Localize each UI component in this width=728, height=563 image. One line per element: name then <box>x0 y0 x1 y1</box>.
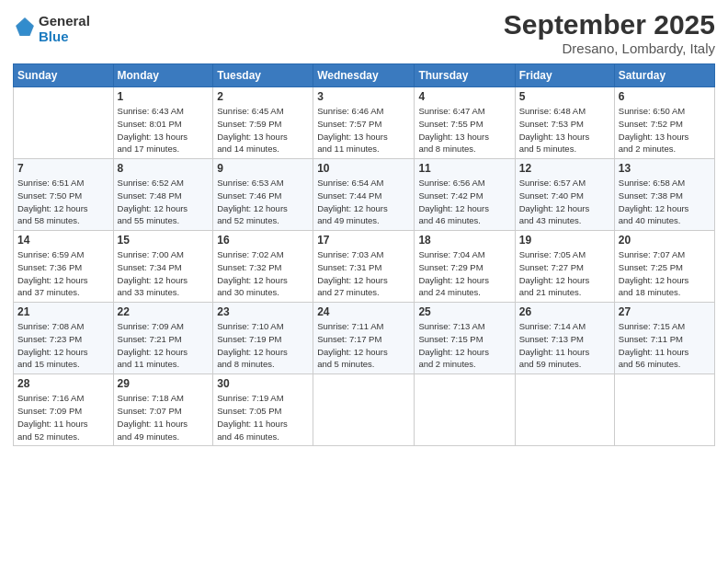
day-number: 12 <box>519 162 610 175</box>
table-row: 28Sunrise: 7:16 AM Sunset: 7:09 PM Dayli… <box>14 374 114 446</box>
day-info: Sunrise: 6:46 AM Sunset: 7:57 PM Dayligh… <box>317 105 410 155</box>
table-row: 6Sunrise: 6:50 AM Sunset: 7:52 PM Daylig… <box>614 87 714 159</box>
day-number: 5 <box>519 90 610 103</box>
table-row: 13Sunrise: 6:58 AM Sunset: 7:38 PM Dayli… <box>614 159 714 231</box>
day-info: Sunrise: 6:53 AM Sunset: 7:46 PM Dayligh… <box>217 177 309 227</box>
day-info: Sunrise: 7:03 AM Sunset: 7:31 PM Dayligh… <box>317 248 410 299</box>
title-block: September 2025 Dresano, Lombardy, Italy <box>504 9 715 56</box>
day-number: 25 <box>418 305 510 318</box>
table-row <box>415 374 515 446</box>
day-number: 7 <box>17 162 109 175</box>
table-row: 8Sunrise: 6:52 AM Sunset: 7:48 PM Daylig… <box>113 159 213 231</box>
day-info: Sunrise: 6:51 AM Sunset: 7:50 PM Dayligh… <box>17 177 109 227</box>
day-info: Sunrise: 6:59 AM Sunset: 7:36 PM Dayligh… <box>17 248 109 299</box>
table-row: 3Sunrise: 6:46 AM Sunset: 7:57 PM Daylig… <box>313 87 415 159</box>
day-number: 15 <box>118 234 210 247</box>
day-number: 30 <box>217 377 309 390</box>
day-number: 22 <box>118 305 210 318</box>
table-row: 17Sunrise: 7:03 AM Sunset: 7:31 PM Dayli… <box>313 231 415 303</box>
day-number: 26 <box>519 305 610 318</box>
day-info: Sunrise: 6:56 AM Sunset: 7:42 PM Dayligh… <box>418 177 510 227</box>
day-info: Sunrise: 6:48 AM Sunset: 7:53 PM Dayligh… <box>519 105 610 155</box>
day-info: Sunrise: 7:15 AM Sunset: 7:11 PM Dayligh… <box>619 320 711 371</box>
table-row: 11Sunrise: 6:56 AM Sunset: 7:42 PM Dayli… <box>415 159 515 231</box>
table-row: 12Sunrise: 6:57 AM Sunset: 7:40 PM Dayli… <box>515 159 614 231</box>
day-number: 21 <box>17 305 109 318</box>
logo-general-text: General <box>39 13 90 29</box>
location: Dresano, Lombardy, Italy <box>504 40 715 56</box>
table-row: 2Sunrise: 6:45 AM Sunset: 7:59 PM Daylig… <box>213 87 313 159</box>
table-row: 21Sunrise: 7:08 AM Sunset: 7:23 PM Dayli… <box>14 303 114 374</box>
table-row: 1Sunrise: 6:43 AM Sunset: 8:01 PM Daylig… <box>113 87 213 159</box>
day-number: 17 <box>317 234 410 247</box>
day-number: 13 <box>619 162 711 175</box>
day-number: 19 <box>519 234 610 247</box>
col-thursday: Thursday <box>415 64 515 87</box>
day-number: 4 <box>418 90 510 103</box>
logo: General Blue <box>13 13 90 45</box>
day-number: 14 <box>17 234 109 247</box>
day-number: 16 <box>217 234 309 247</box>
day-info: Sunrise: 6:43 AM Sunset: 8:01 PM Dayligh… <box>118 105 210 155</box>
col-saturday: Saturday <box>614 64 714 87</box>
day-number: 28 <box>17 377 109 390</box>
table-row: 4Sunrise: 6:47 AM Sunset: 7:55 PM Daylig… <box>415 87 515 159</box>
table-row: 5Sunrise: 6:48 AM Sunset: 7:53 PM Daylig… <box>515 87 614 159</box>
table-row: 23Sunrise: 7:10 AM Sunset: 7:19 PM Dayli… <box>213 303 313 374</box>
table-row <box>614 374 714 446</box>
table-row: 10Sunrise: 6:54 AM Sunset: 7:44 PM Dayli… <box>313 159 415 231</box>
header: General Blue September 2025 Dresano, Lom… <box>13 9 715 56</box>
col-friday: Friday <box>515 64 614 87</box>
col-monday: Monday <box>113 64 213 87</box>
day-info: Sunrise: 6:58 AM Sunset: 7:38 PM Dayligh… <box>619 177 711 227</box>
day-number: 8 <box>118 162 210 175</box>
day-info: Sunrise: 7:07 AM Sunset: 7:25 PM Dayligh… <box>619 248 711 299</box>
table-row: 16Sunrise: 7:02 AM Sunset: 7:32 PM Dayli… <box>213 231 313 303</box>
table-row: 20Sunrise: 7:07 AM Sunset: 7:25 PM Dayli… <box>614 231 714 303</box>
day-number: 11 <box>418 162 510 175</box>
logo-blue-text: Blue <box>39 29 69 44</box>
table-row: 18Sunrise: 7:04 AM Sunset: 7:29 PM Dayli… <box>415 231 515 303</box>
table-row: 22Sunrise: 7:09 AM Sunset: 7:21 PM Dayli… <box>113 303 213 374</box>
day-info: Sunrise: 6:54 AM Sunset: 7:44 PM Dayligh… <box>317 177 410 227</box>
table-row: 15Sunrise: 7:00 AM Sunset: 7:34 PM Dayli… <box>113 231 213 303</box>
month-title: September 2025 <box>504 9 715 40</box>
col-sunday: Sunday <box>14 64 114 87</box>
day-number: 29 <box>118 377 210 390</box>
col-tuesday: Tuesday <box>213 64 313 87</box>
page: General Blue September 2025 Dresano, Lom… <box>0 0 728 563</box>
table-row <box>313 374 415 446</box>
day-info: Sunrise: 6:57 AM Sunset: 7:40 PM Dayligh… <box>519 177 610 227</box>
day-info: Sunrise: 6:45 AM Sunset: 7:59 PM Dayligh… <box>217 105 309 155</box>
day-number: 1 <box>118 90 210 103</box>
day-info: Sunrise: 7:10 AM Sunset: 7:19 PM Dayligh… <box>217 320 309 371</box>
day-info: Sunrise: 6:50 AM Sunset: 7:52 PM Dayligh… <box>619 105 711 155</box>
day-number: 10 <box>317 162 410 175</box>
table-row <box>14 87 114 159</box>
day-info: Sunrise: 7:05 AM Sunset: 7:27 PM Dayligh… <box>519 248 610 299</box>
calendar-table: Sunday Monday Tuesday Wednesday Thursday… <box>13 63 715 446</box>
day-number: 3 <box>317 90 410 103</box>
day-info: Sunrise: 7:09 AM Sunset: 7:21 PM Dayligh… <box>118 320 210 371</box>
table-row: 29Sunrise: 7:18 AM Sunset: 7:07 PM Dayli… <box>113 374 213 446</box>
day-number: 6 <box>619 90 711 103</box>
calendar-header-row: Sunday Monday Tuesday Wednesday Thursday… <box>14 64 715 87</box>
day-number: 2 <box>217 90 309 103</box>
day-info: Sunrise: 6:52 AM Sunset: 7:48 PM Dayligh… <box>118 177 210 227</box>
day-number: 23 <box>217 305 309 318</box>
table-row: 25Sunrise: 7:13 AM Sunset: 7:15 PM Dayli… <box>415 303 515 374</box>
table-row <box>515 374 614 446</box>
day-number: 20 <box>619 234 711 247</box>
day-info: Sunrise: 6:47 AM Sunset: 7:55 PM Dayligh… <box>418 105 510 155</box>
day-number: 27 <box>619 305 711 318</box>
day-number: 24 <box>317 305 410 318</box>
day-info: Sunrise: 7:16 AM Sunset: 7:09 PM Dayligh… <box>17 392 109 442</box>
day-info: Sunrise: 7:19 AM Sunset: 7:05 PM Dayligh… <box>217 392 309 442</box>
day-info: Sunrise: 7:00 AM Sunset: 7:34 PM Dayligh… <box>118 248 210 299</box>
day-info: Sunrise: 7:08 AM Sunset: 7:23 PM Dayligh… <box>17 320 109 371</box>
table-row: 26Sunrise: 7:14 AM Sunset: 7:13 PM Dayli… <box>515 303 614 374</box>
table-row: 9Sunrise: 6:53 AM Sunset: 7:46 PM Daylig… <box>213 159 313 231</box>
col-wednesday: Wednesday <box>313 64 415 87</box>
table-row: 24Sunrise: 7:11 AM Sunset: 7:17 PM Dayli… <box>313 303 415 374</box>
day-info: Sunrise: 7:04 AM Sunset: 7:29 PM Dayligh… <box>418 248 510 299</box>
